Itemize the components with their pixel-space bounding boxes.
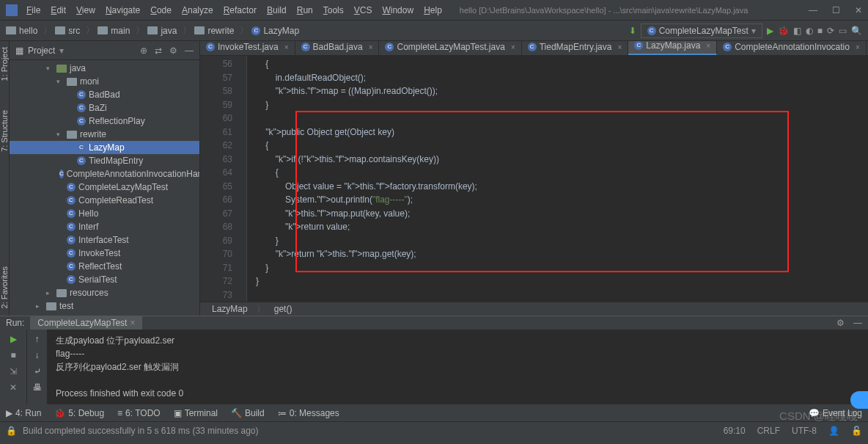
tree-item[interactable]: CBaZi [10, 101, 199, 114]
editor-tab[interactable]: CCompleteLazyMapTest.java× [379, 41, 521, 55]
encoding[interactable]: UTF-8 [792, 426, 817, 436]
tree-item[interactable]: ▾moni [10, 75, 199, 88]
tree-item[interactable]: ▾rewrite [10, 128, 199, 141]
tree-item[interactable]: CCompleteLazyMapTest [10, 181, 199, 194]
up-icon[interactable]: ↑ [35, 334, 40, 344]
menu-refactor[interactable]: Refactor [224, 5, 257, 15]
bt-debug[interactable]: 🐞 5: Debug [54, 408, 104, 418]
stop-icon[interactable]: ■ [10, 350, 15, 360]
menu-run[interactable]: Run [297, 5, 313, 15]
menu-edit[interactable]: Edit [51, 5, 66, 15]
code-line[interactable]: "k">this."f">map = ((Map)in.readObject()… [256, 84, 868, 98]
line-ending[interactable]: CRLF [757, 426, 780, 436]
breadcrumb-item[interactable]: CLazyMap [251, 26, 299, 36]
gear-icon[interactable]: ⚙ [836, 318, 845, 328]
tree-item[interactable]: CTiedMapEntry [10, 154, 199, 167]
profile-icon[interactable]: ◐ [806, 26, 813, 36]
code-line[interactable]: System."f">out.println("flag-----"); [256, 193, 868, 207]
editor-tab[interactable]: CInvokeTest.java× [200, 41, 295, 55]
close-icon[interactable]: × [130, 318, 135, 328]
hide-icon[interactable]: — [853, 318, 862, 328]
tree-item[interactable]: ▾java [10, 62, 199, 75]
tab-project[interactable]: 1: Project [0, 47, 9, 81]
gear-icon[interactable]: ⚙ [169, 46, 177, 56]
breadcrumb-item[interactable]: rewrite [194, 26, 234, 36]
tree-item[interactable]: CLazyMap [10, 141, 199, 154]
hide-icon[interactable]: — [185, 46, 194, 56]
code-line[interactable]: } [256, 234, 868, 248]
code-line[interactable]: in.defaultReadObject(); [256, 71, 868, 85]
tree-item[interactable]: CInterf [10, 220, 199, 233]
rerun-icon[interactable]: ▶ [10, 334, 17, 344]
project-tree[interactable]: ▾java▾moniCBadBadCBaZiCReflectionPlay▾re… [10, 60, 199, 316]
menu-vcs[interactable]: VCS [354, 5, 372, 15]
down-icon[interactable]: ↓ [35, 350, 40, 360]
bt-run[interactable]: ▶ 4: Run [6, 408, 41, 418]
close-icon[interactable]: × [511, 43, 515, 51]
collapse-icon[interactable]: ⇄ [155, 46, 162, 56]
code-line[interactable]: Object value = "k">this."f">factory.tran… [256, 180, 868, 194]
tree-item[interactable]: CSerialTest [10, 273, 199, 286]
menu-view[interactable]: View [76, 5, 95, 15]
breadcrumb-item[interactable]: java [147, 26, 177, 36]
tree-item[interactable]: CHello [10, 207, 199, 220]
close-icon[interactable]: × [617, 43, 622, 51]
coverage-icon[interactable]: ◧ [793, 26, 801, 36]
search-icon[interactable]: 🔍 [851, 26, 862, 36]
bc-method[interactable]: get() [274, 304, 293, 314]
code-line[interactable]: } [256, 261, 868, 275]
scroll-from-source-icon[interactable]: ⊕ [140, 46, 147, 56]
editor-tab[interactable]: CBadBad.java× [295, 41, 380, 55]
update-icon[interactable]: ⟳ [827, 26, 834, 36]
tab-structure[interactable]: 7: Structure [0, 110, 9, 152]
close-icon[interactable]: ✕ [855, 5, 862, 15]
menu-code[interactable]: Code [150, 5, 172, 15]
inspector-icon[interactable]: 👤 [828, 426, 839, 436]
run-tab[interactable]: CompleteLazyMapTest × [30, 316, 142, 330]
bc-class[interactable]: LazyMap [212, 304, 248, 314]
stop-icon[interactable]: ■ [817, 26, 823, 36]
code-line[interactable] [256, 288, 868, 302]
code[interactable]: { in.defaultReadObject(); "k">this."f">m… [247, 56, 868, 302]
build-icon[interactable]: ⬇ [629, 26, 636, 36]
run-config-selector[interactable]: C CompleteLazyMapTest ▾ [641, 23, 762, 38]
editor-tab[interactable]: CTiedMapEntry.java× [522, 41, 629, 55]
console-output[interactable]: 生成payload 位于payload2.serflag-----反序列化pay… [47, 330, 868, 404]
bt-messages[interactable]: ≔ 0: Messages [278, 408, 339, 418]
code-line[interactable] [256, 112, 868, 125]
menu-file[interactable]: File [26, 5, 40, 15]
tree-item[interactable]: ▸resources [10, 286, 199, 299]
bt-terminal[interactable]: ▣ Terminal [174, 408, 218, 418]
breadcrumb-item[interactable]: hello [6, 26, 37, 36]
tree-item[interactable]: CInvokeTest [10, 247, 199, 260]
lock-icon[interactable]: 🔒 [6, 426, 17, 436]
code-line[interactable]: "k">public Object get(Object key) [256, 125, 868, 139]
code-line[interactable]: { [256, 166, 868, 180]
run-icon[interactable]: ▶ [767, 26, 773, 36]
code-area[interactable]: 565758596061626364656667686970717273 { i… [200, 56, 868, 302]
layout-icon[interactable]: ▭ [839, 26, 847, 36]
tree-item[interactable]: CCompleteAnnotationInvocationHandler [10, 167, 199, 181]
menu-navigate[interactable]: Navigate [106, 5, 140, 15]
breadcrumb-item[interactable]: main [98, 26, 130, 36]
close-icon[interactable]: × [856, 43, 860, 51]
tree-item[interactable]: CReflectionPlay [10, 114, 199, 128]
code-line[interactable]: "k">return "k">this."f">map.get(key); [256, 247, 868, 261]
menu-help[interactable]: Help [424, 5, 442, 15]
close-icon[interactable]: × [284, 43, 289, 51]
tab-favorites[interactable]: 2: Favorites [0, 266, 9, 308]
restore-icon[interactable]: ⇲ [10, 366, 17, 376]
tree-item[interactable]: CBadBad [10, 88, 199, 101]
menu-window[interactable]: Window [382, 5, 413, 15]
print-icon[interactable]: 🖶 [33, 382, 42, 393]
debug-icon[interactable]: 🐞 [778, 26, 789, 36]
editor-tab[interactable]: CLazyMap.java× [628, 41, 717, 55]
editor-tab[interactable]: CCompleteAnnotationInvocatio× [717, 41, 867, 55]
tree-item[interactable]: CReflectTest [10, 260, 199, 273]
code-line[interactable]: { [256, 57, 868, 71]
code-line[interactable]: "k">if (!"k">this."f">map.containsKey(ke… [256, 153, 868, 167]
bt-build[interactable]: 🔨 Build [231, 408, 265, 418]
code-line[interactable]: { [256, 139, 868, 153]
wrap-icon[interactable]: ⤶ [34, 366, 41, 376]
tree-item[interactable]: CCompleteReadTest [10, 194, 199, 207]
